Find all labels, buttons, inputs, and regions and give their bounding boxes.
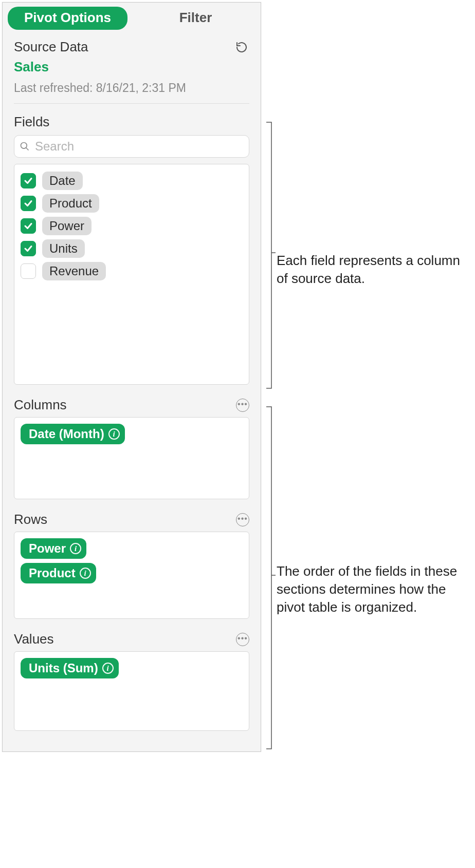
refresh-icon — [235, 41, 248, 53]
columns-heading: Columns — [14, 397, 67, 413]
field-row: Date — [21, 169, 243, 192]
tab-pivot-options[interactable]: Pivot Options — [8, 7, 127, 30]
ellipsis-icon: ••• — [238, 634, 248, 643]
fields-heading: Fields — [14, 114, 249, 130]
field-chip[interactable]: Product — [42, 194, 99, 213]
columns-section: Columns ••• Date (Month) i — [14, 397, 249, 499]
field-row: Product — [21, 192, 243, 215]
pill-label: Date (Month) — [29, 427, 104, 441]
ellipsis-icon: ••• — [238, 400, 248, 408]
row-pill-product[interactable]: Product i — [21, 563, 96, 583]
info-icon[interactable]: i — [108, 428, 120, 440]
ellipsis-icon: ••• — [238, 515, 248, 523]
field-checkbox-units[interactable] — [21, 241, 36, 256]
pivot-options-panel: Pivot Options Filter Source Data Sales L… — [2, 2, 261, 752]
fields-list: Date Product Power Units Revenue — [14, 164, 249, 385]
field-checkbox-revenue[interactable] — [21, 263, 36, 279]
callout-bracket — [265, 406, 276, 750]
info-icon[interactable]: i — [80, 568, 91, 579]
pill-label: Power — [29, 541, 66, 556]
field-checkbox-date[interactable] — [21, 173, 36, 188]
field-checkbox-product[interactable] — [21, 196, 36, 211]
columns-more-button[interactable]: ••• — [236, 399, 249, 412]
field-checkbox-power[interactable] — [21, 218, 36, 234]
callout-fields: Each field represents a column of source… — [277, 252, 467, 288]
search-icon — [20, 141, 30, 152]
values-section: Values ••• Units (Sum) i — [14, 631, 249, 731]
refresh-button[interactable] — [234, 40, 249, 55]
rows-more-button[interactable]: ••• — [236, 513, 249, 526]
svg-line-1 — [26, 148, 29, 150]
search-input[interactable] — [34, 139, 244, 154]
columns-well[interactable]: Date (Month) i — [14, 417, 249, 499]
svg-point-0 — [21, 143, 27, 149]
field-row: Revenue — [21, 260, 243, 282]
tab-bar: Pivot Options Filter — [3, 3, 261, 32]
rows-well[interactable]: Power i Product i — [14, 532, 249, 619]
field-row: Units — [21, 237, 243, 260]
field-chip[interactable]: Revenue — [42, 262, 106, 280]
values-well[interactable]: Units (Sum) i — [14, 651, 249, 731]
values-heading: Values — [14, 631, 54, 647]
pill-label: Product — [29, 566, 76, 580]
row-pill-power[interactable]: Power i — [21, 538, 86, 559]
field-chip[interactable]: Units — [42, 239, 85, 258]
value-pill-units-sum[interactable]: Units (Sum) i — [21, 658, 119, 678]
field-chip[interactable]: Power — [42, 217, 92, 235]
callout-order: The order of the fields in these section… — [277, 562, 472, 616]
info-icon[interactable]: i — [102, 663, 114, 674]
info-icon[interactable]: i — [70, 543, 81, 554]
pill-label: Units (Sum) — [29, 661, 98, 675]
field-chip[interactable]: Date — [42, 172, 83, 190]
source-data-name: Sales — [14, 59, 249, 75]
fields-search[interactable] — [14, 135, 249, 158]
source-data-section: Source Data Sales Last refreshed: 8/16/2… — [3, 32, 261, 731]
field-row: Power — [21, 215, 243, 237]
last-refreshed-label: Last refreshed: 8/16/21, 2:31 PM — [14, 81, 249, 104]
rows-heading: Rows — [14, 512, 47, 527]
callout-bracket — [265, 121, 276, 389]
tab-filter[interactable]: Filter — [136, 7, 255, 30]
source-data-heading: Source Data — [14, 39, 88, 55]
column-pill-date-month[interactable]: Date (Month) i — [21, 424, 125, 444]
rows-section: Rows ••• Power i Product i — [14, 512, 249, 619]
values-more-button[interactable]: ••• — [236, 633, 249, 646]
